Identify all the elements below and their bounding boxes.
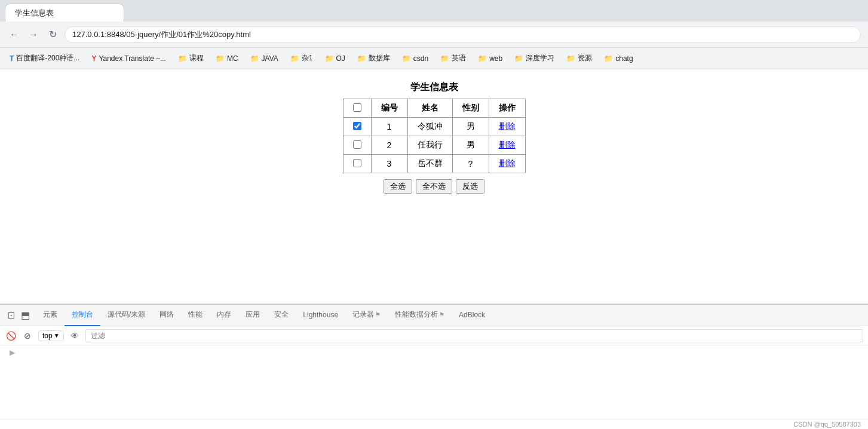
back-button[interactable]: ← [7, 27, 22, 42]
page-inner: 学生信息表 编号 姓名 性别 操作 [0, 69, 868, 206]
address-bar: ← → ↻ [0, 22, 868, 48]
page-content: 学生信息表 编号 姓名 性别 操作 [0, 69, 868, 304]
folder-icon: 📁 [402, 54, 411, 63]
student-table: 编号 姓名 性别 操作 1 令狐冲 男 删除 [343, 99, 526, 173]
bookmarks-bar: T 百度翻译-200种语... Y Yandex Translate –... … [0, 48, 868, 69]
tab-memory[interactable]: 内存 [210, 305, 238, 326]
tab-console[interactable]: 控制台 [65, 305, 100, 326]
folder-icon: 📁 [440, 54, 449, 63]
btn-group: 全选 全不选 反选 [384, 179, 484, 194]
select-all-button[interactable]: 全选 [384, 179, 412, 194]
tab-security[interactable]: 安全 [267, 305, 296, 326]
bookmark-csdn[interactable]: 📁 csdn [397, 53, 433, 64]
bookmark-shujuku[interactable]: 📁 数据库 [352, 52, 395, 65]
folder-icon: 📁 [566, 54, 575, 63]
bookmark-label: csdn [413, 54, 428, 63]
folder-icon: 📁 [325, 54, 334, 63]
eye-icon[interactable]: 👁 [69, 330, 81, 342]
bookmark-java[interactable]: 📁 JAVA [246, 53, 283, 64]
tab-sources[interactable]: 源代码/来源 [100, 305, 152, 326]
folder-icon: 📁 [178, 54, 187, 63]
bookmark-label: web [489, 54, 502, 63]
bookmark-baidu[interactable]: T 百度翻译-200种语... [5, 52, 84, 65]
header-checkbox-col [343, 99, 371, 118]
forward-button[interactable]: → [26, 27, 41, 42]
baidu-icon: T [10, 54, 14, 63]
row-id: 3 [371, 155, 407, 173]
bookmark-label: JAVA [262, 54, 278, 63]
row-checkbox[interactable] [353, 122, 361, 130]
top-label: top [42, 332, 53, 340]
address-input[interactable] [65, 26, 861, 43]
folder-icon: 📁 [514, 54, 523, 63]
row-gender: 男 [452, 118, 489, 136]
row-name: 任我行 [407, 136, 452, 155]
console-arrow[interactable]: ▶ [10, 348, 15, 357]
devtools-footer: CSDN @qq_50587303 [0, 419, 868, 429]
clear-console-button[interactable]: 🚫 [5, 330, 17, 342]
folder-icon: 📁 [290, 54, 299, 63]
tab-recorder[interactable]: 记录器 ⚑ [345, 305, 388, 326]
dock-icon-1[interactable]: ⊡ [5, 310, 17, 321]
bookmark-chatg[interactable]: 📁 chatg [599, 53, 637, 64]
header-id: 编号 [371, 99, 407, 118]
delete-button[interactable]: 删除 [499, 140, 516, 149]
recorder-badge: ⚑ [375, 311, 381, 318]
tab-application[interactable]: 应用 [238, 305, 267, 326]
toggle-filter-button[interactable]: ⊘ [22, 330, 33, 342]
tab-title: 学生信息表 [15, 8, 54, 19]
devtools-tabs: ⊡ ⬒ 元素 控制台 源代码/来源 网络 性能 内存 应用 安全 Lightho… [0, 305, 868, 326]
tab-adblock[interactable]: AdBlock [452, 305, 492, 326]
tab-network[interactable]: 网络 [152, 305, 181, 326]
tab-perf-insights[interactable]: 性能数据分析 ⚑ [388, 305, 452, 326]
bookmark-ziyuan[interactable]: 📁 资源 [562, 52, 597, 65]
folder-icon: 📁 [250, 54, 259, 63]
invert-button[interactable]: 反选 [456, 179, 484, 194]
select-none-button[interactable]: 全不选 [416, 179, 452, 194]
bookmark-web[interactable]: 📁 web [473, 53, 507, 64]
bookmark-label: MC [227, 54, 238, 63]
folder-icon: 📁 [216, 54, 225, 63]
bookmark-oj[interactable]: 📁 OJ [320, 53, 350, 64]
row-checkbox-cell [343, 136, 371, 155]
row-gender: 男 [452, 136, 489, 155]
devtools-toolbar: 🚫 ⊘ top ▼ 👁 [0, 326, 868, 345]
reload-button[interactable]: ↻ [45, 27, 60, 42]
bookmark-kecheng[interactable]: 📁 课程 [173, 52, 208, 65]
bookmark-label: 数据库 [369, 53, 390, 63]
top-dropdown-icon: ▼ [54, 332, 60, 339]
devtools-content: ▶ [0, 345, 868, 419]
tab-elements[interactable]: 元素 [36, 305, 65, 326]
bookmark-yingyu[interactable]: 📁 英语 [435, 52, 471, 65]
delete-button[interactable]: 删除 [499, 121, 516, 131]
browser-window: 学生信息表 ← → ↻ T 百度翻译-200种语... Y Yandex Tra… [0, 0, 868, 429]
row-checkbox[interactable] [353, 159, 361, 167]
filter-input[interactable] [85, 329, 863, 342]
bookmark-label: 课程 [189, 53, 204, 63]
bookmark-label: 资源 [578, 53, 592, 63]
bookmark-label: 百度翻译-200种语... [16, 53, 79, 63]
tab-lighthouse[interactable]: Lighthouse [296, 305, 345, 326]
dock-icon-2[interactable]: ⬒ [19, 310, 31, 321]
footer-text: CSDN @qq_50587303 [793, 421, 861, 428]
row-checkbox[interactable] [353, 140, 361, 149]
header-action: 操作 [489, 99, 525, 118]
row-name: 岳不群 [407, 155, 452, 173]
row-checkbox-cell [343, 118, 371, 136]
select-all-checkbox[interactable] [353, 103, 361, 112]
tab-performance[interactable]: 性能 [181, 305, 210, 326]
row-action: 删除 [489, 118, 525, 136]
bookmark-mc[interactable]: 📁 MC [211, 53, 243, 64]
browser-tab[interactable]: 学生信息表 [5, 4, 124, 22]
table-row: 3 岳不群 ? 删除 [343, 155, 525, 173]
row-action: 删除 [489, 155, 525, 173]
bookmark-label: 深度学习 [526, 53, 554, 63]
bookmark-za1[interactable]: 📁 杂1 [286, 52, 318, 65]
header-name: 姓名 [407, 99, 452, 118]
top-selector[interactable]: top ▼ [38, 330, 64, 341]
delete-button[interactable]: 删除 [499, 158, 516, 168]
row-checkbox-cell [343, 155, 371, 173]
bookmark-yandex[interactable]: Y Yandex Translate –... [87, 53, 171, 64]
header-gender: 性别 [452, 99, 489, 118]
bookmark-shenduxuexi[interactable]: 📁 深度学习 [510, 52, 559, 65]
